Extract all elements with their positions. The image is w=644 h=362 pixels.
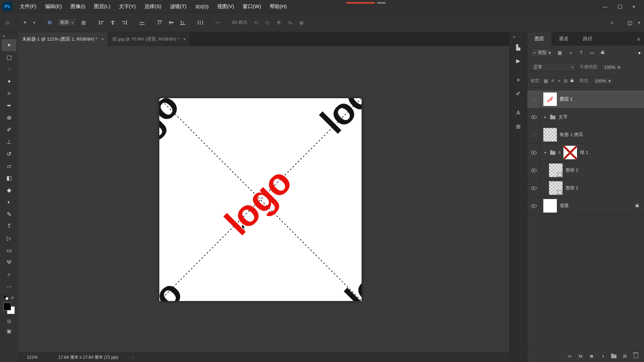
brush-tool[interactable]: ✐ (2, 124, 16, 136)
actions-panel-button[interactable]: ▶ (511, 54, 525, 67)
threed-pan-icon[interactable]: ✚ (275, 18, 283, 27)
photoshop-logo[interactable]: Ps (3, 2, 12, 11)
blend-mode-dropdown[interactable]: 正常 ▾ (531, 63, 576, 71)
threed-scale-icon[interactable]: ◉ (298, 18, 306, 27)
current-tool-icon[interactable]: ⌖ (21, 18, 29, 27)
menu-layer[interactable]: 图层(L) (90, 0, 114, 13)
transform-controls-icon[interactable]: ⊞ (79, 18, 88, 27)
history-brush-tool[interactable]: ↺ (2, 148, 16, 160)
lock-position-icon[interactable]: ⌖ (558, 78, 561, 84)
eraser-tool[interactable]: ▱ (2, 160, 16, 172)
path-select-tool[interactable]: ▷ (2, 232, 16, 244)
maximize-button[interactable]: ▢ (618, 3, 622, 9)
filter-smart-objects-icon[interactable] (598, 49, 607, 57)
auto-select-dropdown[interactable]: 图层 ▾ (57, 18, 76, 27)
type-tool[interactable]: T (2, 220, 16, 232)
threed-orbit-icon[interactable]: ⟲ (252, 18, 260, 27)
character-panel-button[interactable]: A (511, 106, 525, 120)
eyedropper-tool[interactable]: ✒ (2, 100, 16, 112)
close-button[interactable]: × (632, 4, 635, 9)
properties-panel-button[interactable]: ≡ (511, 73, 525, 87)
menu-select[interactable]: 选择(S) (140, 0, 166, 13)
visibility-toggle[interactable] (527, 179, 540, 197)
layer-row-layer1[interactable]: logo 图层 1 (527, 90, 644, 108)
menu-view[interactable]: 视图(V) (213, 0, 238, 13)
healing-brush-tool[interactable]: ⊕ (2, 112, 16, 124)
visibility-toggle[interactable] (527, 197, 540, 215)
tool-preset-caret-icon[interactable]: ▾ (33, 18, 36, 27)
align-bottom-icon[interactable] (178, 18, 186, 27)
adjustment-layer-icon[interactable]: ◑ (600, 353, 605, 359)
panel-menu-icon[interactable]: ≡ (637, 32, 644, 46)
align-top-icon[interactable] (156, 18, 164, 27)
threed-slide-icon[interactable]: ⇆ (286, 18, 294, 27)
visibility-toggle[interactable] (527, 162, 540, 179)
document-tab-front-jpg[interactable]: 前.jpg @ 70.9% (背景, RGB/8#) * × (108, 32, 190, 46)
gradient-tool[interactable]: ◧ (2, 172, 16, 184)
dodge-tool[interactable]: ◐ (2, 196, 16, 208)
menu-edit[interactable]: 编辑(E) (41, 0, 66, 13)
layer-row-text-group[interactable]: ▸ 文字 (527, 108, 644, 126)
hand-tool[interactable]: Ψ (2, 256, 16, 268)
libraries-panel-button[interactable]: ⊞ (511, 120, 525, 133)
group-expander-icon[interactable]: ▸ (543, 115, 547, 119)
more-align-options-icon[interactable]: ⋯ (214, 18, 222, 27)
layer-thumbnail[interactable]: logo (543, 93, 557, 106)
align-center-h-icon[interactable] (109, 18, 117, 27)
threed-roll-icon[interactable]: ⊙ (263, 18, 271, 27)
crop-tool[interactable]: ⌗ (2, 87, 16, 100)
menu-window[interactable]: 窗口(W) (238, 0, 265, 13)
expand-panels-icon[interactable]: « (509, 32, 515, 41)
layer-row-rect-copy[interactable]: 矩形 1 拷贝 (527, 126, 644, 144)
swap-colors-icon[interactable]: ⇄ (11, 295, 14, 300)
align-right-icon[interactable] (120, 18, 128, 27)
new-layer-icon[interactable]: ⊞ (622, 353, 628, 359)
home-icon[interactable]: ⌂ (3, 18, 11, 27)
marquee-tool[interactable]: ▢ (2, 51, 16, 63)
link-layers-icon[interactable]: ∞ (567, 353, 572, 359)
visibility-toggle[interactable] (527, 144, 540, 161)
layer-row-background[interactable]: 背景 (527, 197, 644, 215)
filter-pixel-layers-icon[interactable]: ▦ (555, 49, 564, 57)
document-tab-untitled[interactable]: 未标题-1 @ 121% (图层 1, RGB/8#) * × (18, 32, 108, 46)
filter-type-layers-icon[interactable]: T (577, 49, 586, 57)
layer-thumbnail[interactable] (549, 164, 562, 177)
filter-toggle-icon[interactable]: ● (638, 50, 641, 55)
workspace-caret-icon[interactable]: ▾ (637, 18, 641, 27)
layer-thumbnail[interactable] (549, 181, 562, 195)
menu-file[interactable]: 文件(F) (15, 0, 41, 13)
quick-mask-icon[interactable]: ◎ (7, 318, 11, 324)
group-expander-icon[interactable]: ▾ (543, 150, 547, 155)
pen-tool[interactable]: ✎ (2, 208, 16, 220)
brush-settings-panel-button[interactable]: ✐ (511, 87, 525, 100)
zoom-level-field[interactable]: 121% (27, 355, 38, 360)
layer-row-shape1[interactable]: 形状 1 (527, 179, 644, 197)
layer-row-group1[interactable]: ▾ 8 组 1 (527, 144, 644, 162)
document-canvas[interactable]: logo logo logo logo logo (159, 98, 362, 301)
visibility-toggle[interactable] (527, 108, 540, 126)
tab-channels[interactable]: 通道 (551, 32, 576, 46)
layer-style-icon[interactable]: fx (578, 354, 583, 359)
new-group-icon[interactable] (611, 354, 616, 358)
status-options-chevron-icon[interactable]: › (132, 355, 134, 360)
lock-artboard-icon[interactable]: ⊞ (564, 78, 568, 83)
clone-stamp-tool[interactable]: ⊥ (2, 136, 16, 148)
distribute-h-icon[interactable] (196, 18, 204, 27)
layer-thumbnail[interactable] (564, 146, 577, 159)
delete-layer-icon[interactable] (633, 354, 639, 358)
menu-type[interactable]: 文字(Y) (115, 0, 140, 13)
add-mask-icon[interactable]: ◙ (589, 353, 594, 359)
tab-paths[interactable]: 路径 (576, 32, 600, 46)
visibility-toggle[interactable] (527, 126, 540, 143)
default-colors-icon[interactable] (4, 296, 8, 300)
menu-image[interactable]: 图像(I) (66, 0, 90, 13)
align-left-icon[interactable] (97, 18, 105, 27)
edit-toolbar-button[interactable]: ⋯ (2, 281, 16, 293)
tab-layers[interactable]: 图层 (527, 32, 551, 46)
quick-select-tool[interactable]: ✦ (2, 75, 16, 87)
foreground-color-swatch[interactable] (3, 303, 11, 310)
minimize-button[interactable]: — (602, 4, 607, 9)
menu-filter[interactable]: 滤镜(T) (166, 0, 191, 13)
blur-tool[interactable]: ◆ (2, 184, 16, 196)
tools-expand-icon[interactable]: » (0, 32, 5, 39)
